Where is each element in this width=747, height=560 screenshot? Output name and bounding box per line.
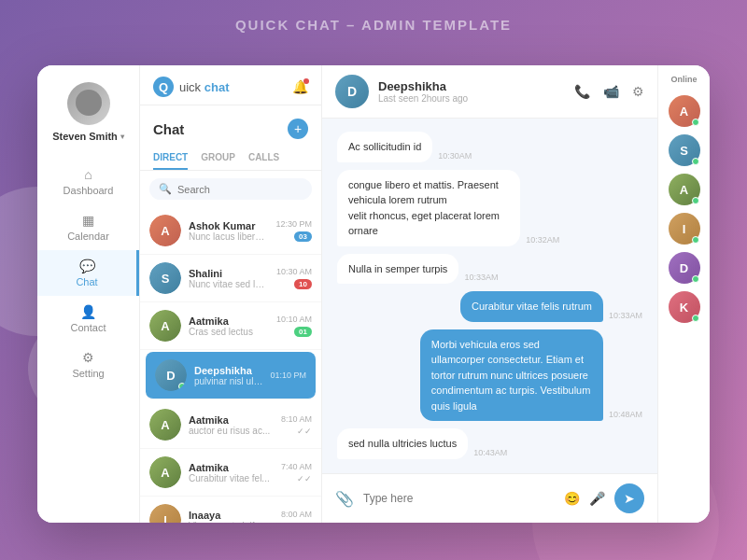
add-chat-button[interactable]: +: [288, 119, 308, 139]
chat-avatar: D: [155, 359, 187, 391]
user-name-row[interactable]: Steven Smith ▾: [52, 131, 124, 142]
chat-name: Deepshikha: [194, 365, 262, 376]
chat-name: Aatmika: [189, 315, 269, 327]
chat-header: D Deepshikha Last seen 2hours ago 📞 📹 ⚙: [322, 65, 657, 119]
online-panel: Online A S A I D K: [657, 65, 710, 523]
online-user-avatar[interactable]: A: [669, 95, 700, 127]
emoji-icon[interactable]: 😊: [564, 491, 580, 506]
chat-name: Shalini: [189, 268, 269, 279]
calendar-icon: ▦: [82, 213, 94, 228]
online-dot: [692, 236, 699, 244]
send-button[interactable]: ➤: [614, 483, 644, 513]
chat-avatar: A: [149, 409, 181, 441]
tab-calls[interactable]: CALLS: [248, 147, 279, 170]
sidebar-header: Chat +: [140, 105, 321, 147]
chat-meta: 10:10 AM 01: [276, 315, 312, 337]
chat-time: 01:10 PM: [270, 371, 306, 380]
calendar-label: Calendar: [67, 231, 109, 242]
phone-icon[interactable]: 📞: [574, 84, 590, 99]
badge: 10: [294, 279, 312, 289]
messages-area: Ac sollicitudin id 10:30AM congue libero…: [322, 119, 657, 473]
chevron-down-icon: ▾: [120, 133, 124, 141]
chat-time: 10:10 AM: [276, 315, 312, 324]
online-user-avatar[interactable]: I: [669, 213, 700, 245]
contact-label: Contact: [71, 322, 106, 333]
chat-list: A Ashok Kumar Nunc lacus libero, effic..…: [140, 207, 321, 523]
chat-list-item[interactable]: I Inaaya Vivamus et eleifend... 8:00 AM …: [140, 497, 321, 523]
user-avatar: [67, 82, 110, 125]
chat-list-item[interactable]: A Aatmika Curabitur vitae fel... 7:40 AM…: [140, 449, 321, 497]
tab-direct[interactable]: DIRECT: [153, 147, 188, 170]
badge: 01: [294, 327, 312, 337]
message-time: 10:30AM: [438, 151, 472, 161]
bell-icon[interactable]: 🔔: [292, 79, 308, 94]
online-dot: [692, 119, 699, 126]
message-row: Nulla in semper turpis 10:33AM: [337, 254, 642, 285]
logo-area: Q uick chat 🔔: [140, 65, 321, 105]
chat-time: 8:10 AM: [281, 414, 312, 424]
chat-list-item[interactable]: D Deepshikha pulvinar nisl ultricies luc…: [146, 352, 316, 399]
chat-time: 7:40 AM: [281, 462, 312, 471]
chat-name: Inaaya: [189, 510, 274, 521]
online-dot: [692, 158, 699, 165]
message-row: congue libero et mattis. Praesent vehicu…: [337, 170, 642, 246]
user-avatar-wrap: [67, 82, 110, 125]
message-bubble: congue libero et mattis. Praesent vehicu…: [337, 170, 520, 246]
chat-header-name: Deepshikha: [378, 79, 565, 93]
online-user-avatar[interactable]: A: [669, 174, 700, 205]
sidebar-item-calendar[interactable]: ▦ Calendar: [37, 204, 139, 250]
search-icon: 🔍: [159, 183, 172, 195]
page-title: QUICK CHAT – ADMIN TEMPLATE: [235, 17, 512, 33]
message-time: 10:43AM: [473, 448, 507, 457]
video-icon[interactable]: 📹: [603, 84, 619, 99]
contact-icon: 👤: [80, 304, 96, 319]
attach-icon[interactable]: 📎: [335, 490, 354, 508]
message-row: Ac sollicitudin id 10:30AM: [337, 132, 642, 162]
message-time: 10:48AM: [609, 410, 642, 419]
logo-text: uick chat: [179, 80, 229, 94]
chat-preview: Cras sed lectus: [189, 327, 269, 337]
message-input[interactable]: [363, 492, 555, 505]
chat-meta: 10:30 AM 10: [276, 267, 312, 289]
online-user-avatar[interactable]: K: [669, 291, 700, 323]
chat-name: Aatmika: [189, 462, 274, 473]
chat-time: 12:30 PM: [275, 219, 312, 229]
online-user-avatar[interactable]: S: [669, 134, 700, 166]
online-user-avatar[interactable]: D: [669, 252, 700, 284]
chat-preview: Curabitur vitae fel...: [189, 473, 274, 483]
online-dot: [178, 383, 186, 390]
chat-preview: Nunc lacus libero, effic...: [189, 231, 268, 242]
chat-content: Aatmika auctor eu risus ac...: [189, 414, 274, 436]
chat-content: Ashok Kumar Nunc lacus libero, effic...: [189, 220, 268, 242]
sidebar-item-dashboard[interactable]: ⌂ Dashboard: [37, 159, 139, 204]
sidebar-item-chat[interactable]: 💬 Chat: [37, 250, 139, 296]
chat-label: Chat: [76, 276, 97, 287]
sidebar: Q uick chat 🔔 Chat + DIRECTGROUPCALLS 🔍 …: [140, 65, 322, 523]
sidebar-item-contact[interactable]: 👤 Contact: [37, 296, 139, 342]
settings-icon[interactable]: ⚙: [632, 84, 644, 99]
chat-header-status: Last seen 2hours ago: [378, 93, 565, 104]
search-input[interactable]: [177, 184, 306, 195]
setting-icon: ⚙: [82, 350, 94, 365]
chat-list-item[interactable]: A Aatmika Cras sed lectus 10:10 AM 01: [140, 302, 321, 350]
message-time: 10:33AM: [609, 311, 642, 320]
chat-list-item[interactable]: A Aatmika auctor eu risus ac... 8:10 AM …: [140, 401, 321, 449]
message-bubble: Morbi vehicula eros sed ullamcorper cons…: [420, 329, 603, 422]
nav-items: ⌂ Dashboard▦ Calendar💬 Chat👤 Contact⚙ Se…: [37, 159, 139, 387]
chat-content: Aatmika Curabitur vitae fel...: [189, 462, 274, 483]
check-icon: ✓✓: [297, 474, 312, 483]
chat-list-item[interactable]: S Shalini Nunc vitae sed lore... 10:30 A…: [140, 255, 321, 302]
chat-meta: 8:00 AM ✓✓: [281, 510, 312, 524]
sidebar-title: Chat: [153, 121, 184, 137]
online-users-list: A S A I D K: [669, 95, 700, 323]
chat-content: Deepshikha pulvinar nisl ultricies luct.…: [194, 365, 262, 386]
tab-group[interactable]: GROUP: [201, 147, 235, 170]
chat-meta: 12:30 PM 03: [275, 219, 312, 242]
dashboard-label: Dashboard: [63, 185, 114, 196]
message-row: sed nulla ultricies luctus 10:43AM: [337, 428, 642, 459]
chat-list-item[interactable]: A Ashok Kumar Nunc lacus libero, effic..…: [140, 207, 321, 255]
app-container: Steven Smith ▾ ⌂ Dashboard▦ Calendar💬 Ch…: [37, 65, 710, 523]
sidebar-item-setting[interactable]: ⚙ Setting: [37, 342, 139, 387]
message-bubble: Nulla in semper turpis: [337, 254, 458, 285]
mic-icon[interactable]: 🎤: [589, 491, 605, 506]
